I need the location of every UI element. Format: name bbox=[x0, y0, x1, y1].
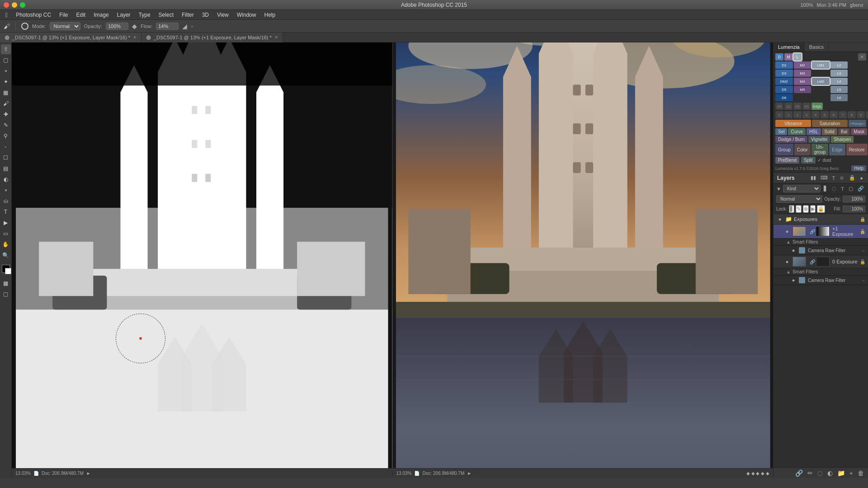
btn-color[interactable]: Color bbox=[794, 144, 811, 155]
btn-sel[interactable]: Sel bbox=[775, 128, 787, 135]
menu-file[interactable]: File bbox=[56, 11, 71, 19]
sf1-visibility[interactable]: ● bbox=[790, 248, 797, 253]
tab-basics[interactable]: Basics bbox=[805, 42, 829, 52]
lum-n3[interactable]: (0) bbox=[802, 103, 811, 110]
doc-tab-close-right[interactable]: ✕ bbox=[274, 35, 278, 40]
lum-l5[interactable]: L5 bbox=[830, 86, 848, 93]
tool-zoom[interactable]: 🔍 bbox=[1, 250, 11, 260]
tab-lumenzia[interactable]: Lumenzia bbox=[774, 42, 805, 52]
btn-range[interactable]: <Range> bbox=[849, 120, 866, 127]
num-2[interactable]: 2 bbox=[793, 111, 802, 118]
lum-btn-m[interactable]: M bbox=[784, 53, 793, 61]
mode-select[interactable]: Normal Multiply Screen bbox=[50, 22, 80, 30]
tool-blur[interactable]: ◐ bbox=[1, 174, 11, 184]
add-layer-btn[interactable]: + bbox=[848, 469, 854, 477]
canvas-left[interactable] bbox=[12, 42, 393, 468]
layers-ctrl-btn-5[interactable]: 🔒 bbox=[848, 174, 857, 181]
link-layers-btn[interactable]: 🔗 bbox=[794, 469, 804, 477]
btn-sharpen[interactable]: Sharpen bbox=[831, 136, 854, 143]
doc-tab-right[interactable]: ⬤ _DSC5097-1 @ 13% (+1 Exposure, Layer M… bbox=[142, 33, 283, 42]
lock-transparent[interactable]: ▋ bbox=[789, 205, 794, 213]
num-4[interactable]: 4 bbox=[811, 111, 820, 118]
tool-lasso[interactable]: ⚬ bbox=[1, 66, 11, 76]
tool-crop[interactable]: ▦ bbox=[1, 88, 11, 98]
layer-group-exposures[interactable]: ● 📁 Exposures 🔒 bbox=[774, 214, 868, 225]
layers-ctrl-btn-2[interactable]: ⌨ bbox=[819, 174, 829, 181]
num-10[interactable]: 10 bbox=[866, 111, 868, 118]
btn-dodge-burn[interactable]: Dodge / Burn bbox=[775, 136, 807, 143]
layer-kind-text[interactable]: T bbox=[840, 186, 845, 192]
tool-mask-mode[interactable]: ▩ bbox=[1, 278, 11, 288]
tool-screen-mode[interactable]: ▢ bbox=[1, 289, 11, 299]
tool-dodge[interactable]: ⚬ bbox=[1, 185, 11, 195]
layer-kind-adjust[interactable]: ◌ bbox=[830, 185, 838, 192]
tool-text[interactable]: T bbox=[1, 207, 11, 217]
lum-n1[interactable]: (1) bbox=[784, 103, 793, 110]
opacity-input[interactable] bbox=[843, 196, 865, 202]
lum-btn-x[interactable]: ✕ bbox=[858, 53, 866, 61]
lum-d3[interactable]: D3 bbox=[775, 70, 793, 77]
layers-ctrl-btn-4[interactable]: ⛭ bbox=[838, 175, 846, 181]
close-button[interactable] bbox=[4, 2, 9, 8]
lum-m4[interactable]: M4 bbox=[794, 78, 811, 85]
num-3[interactable]: 3 bbox=[802, 111, 811, 118]
btn-vibrance[interactable]: Vibrance bbox=[775, 120, 811, 127]
tool-history-brush[interactable]: ◦ bbox=[1, 142, 11, 152]
lum-l3[interactable]: L3 bbox=[830, 70, 848, 77]
opacity-input[interactable] bbox=[106, 23, 128, 30]
layers-ctrl-btn-1[interactable]: ▮▮ bbox=[809, 174, 817, 181]
btn-group[interactable]: Group bbox=[775, 144, 793, 155]
add-group-btn[interactable]: 📁 bbox=[836, 469, 846, 477]
sf2-visibility[interactable]: ● bbox=[790, 277, 797, 283]
tool-clone[interactable]: ⚲ bbox=[1, 131, 11, 141]
tool-healing[interactable]: ✚ bbox=[1, 109, 11, 119]
btn-mask[interactable]: Mask bbox=[851, 128, 867, 135]
btn-split[interactable]: Split bbox=[801, 157, 815, 164]
btn-curve[interactable]: Curve bbox=[788, 128, 806, 135]
tool-magic-wand[interactable]: ✦ bbox=[1, 77, 11, 87]
group-visibility-icon[interactable]: ● bbox=[776, 216, 783, 222]
lum-m2[interactable]: M2 bbox=[794, 61, 811, 69]
tool-gradient[interactable]: ▤ bbox=[1, 164, 11, 174]
menu-filter[interactable]: Filter bbox=[178, 11, 198, 19]
lum-d2[interactable]: D2 bbox=[775, 61, 793, 69]
lum-n2[interactable]: (0) bbox=[793, 103, 802, 110]
btn-help[interactable]: Help bbox=[851, 165, 866, 171]
btn-vignette[interactable]: Vignette bbox=[808, 136, 830, 143]
num-7[interactable]: 7 bbox=[839, 111, 847, 118]
tool-brush[interactable]: ✎ bbox=[1, 120, 11, 130]
add-adjustment-btn[interactable]: ◐ bbox=[826, 469, 834, 477]
btn-edge[interactable]: Edge bbox=[829, 144, 845, 155]
maximize-button[interactable] bbox=[20, 2, 25, 8]
camera-raw-filter-2[interactable]: ● Camera Raw Filter → bbox=[774, 276, 868, 285]
menu-photoshop[interactable]: Photoshop CC bbox=[12, 11, 55, 19]
brush-size-control[interactable] bbox=[21, 23, 28, 30]
num-0[interactable]: 0 bbox=[775, 111, 783, 118]
menu-help[interactable]: Help bbox=[260, 11, 279, 19]
flow-input[interactable] bbox=[156, 23, 179, 30]
minimize-button[interactable] bbox=[12, 2, 17, 8]
lum-btn-d[interactable]: D bbox=[775, 53, 783, 61]
doc-tab-close-left[interactable]: ✕ bbox=[133, 35, 137, 40]
menu-select[interactable]: Select bbox=[155, 11, 177, 19]
lum-btn-l[interactable]: L bbox=[793, 53, 802, 61]
layer-kind-smart[interactable]: 🔗 bbox=[856, 185, 865, 192]
layer-0-exposure[interactable]: ● 🔗 0 Exposure 🔓 bbox=[774, 255, 868, 268]
num-6[interactable]: 6 bbox=[830, 111, 838, 118]
tool-path-select[interactable]: ▶ bbox=[1, 218, 11, 228]
lum-d-special[interactable]: DM2 bbox=[775, 78, 793, 85]
layer-kind-shape[interactable]: ▢ bbox=[847, 185, 854, 192]
btn-solid[interactable]: Solid bbox=[822, 128, 837, 135]
num-5[interactable]: 5 bbox=[821, 111, 829, 118]
add-style-btn[interactable]: ✏ bbox=[806, 469, 814, 477]
tool-pen[interactable]: ⛀ bbox=[1, 196, 11, 206]
canvas-right[interactable] bbox=[393, 42, 774, 468]
menu-image[interactable]: Image bbox=[90, 11, 112, 19]
pressure-icon[interactable]: ◆ bbox=[132, 23, 137, 30]
tool-move[interactable]: ⇧ bbox=[1, 44, 11, 54]
menu-3d[interactable]: 3D bbox=[198, 11, 212, 19]
btn-preblend[interactable]: PreBlend bbox=[775, 157, 799, 164]
tool-eraser[interactable]: ☐ bbox=[1, 153, 11, 163]
airbrush-icon[interactable]: ◢ bbox=[182, 23, 187, 30]
add-mask-btn[interactable]: ◌ bbox=[816, 469, 824, 477]
